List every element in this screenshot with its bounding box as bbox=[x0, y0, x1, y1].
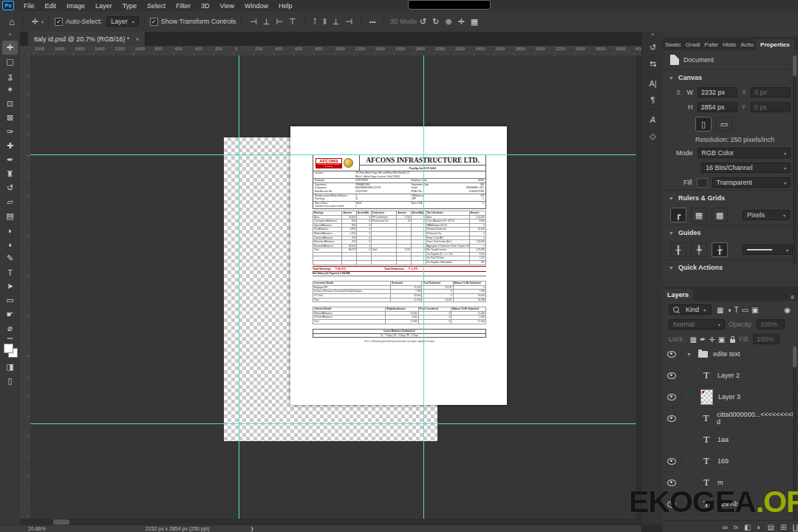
auto-select-checkbox[interactable]: ✓ bbox=[55, 18, 63, 26]
layer-name[interactable]: 169 bbox=[717, 457, 729, 465]
blur-tool[interactable]: ◗ bbox=[2, 223, 18, 237]
menu-item-view[interactable]: View bbox=[215, 2, 239, 10]
quick-actions-section-header[interactable]: ▼Quick Actions bbox=[663, 259, 798, 275]
guides-section-header[interactable]: ▼Guides bbox=[663, 225, 798, 240]
menu-item-type[interactable]: Type bbox=[117, 2, 143, 10]
horizontal-guide[interactable] bbox=[30, 423, 636, 424]
layer-visibility-toggle[interactable] bbox=[667, 392, 681, 401]
lock-option-icon[interactable]: ▣ bbox=[717, 335, 726, 344]
pen-tool[interactable]: ✎ bbox=[2, 251, 18, 265]
menu-item-file[interactable]: File bbox=[18, 2, 40, 10]
vertical-ruler[interactable] bbox=[20, 55, 31, 519]
close-icon[interactable]: × bbox=[135, 35, 139, 43]
bit-depth-dropdown[interactable]: 16 Bits/Channel▾ bbox=[701, 163, 791, 173]
vertical-scrollbar[interactable] bbox=[636, 55, 641, 519]
lock-option-icon[interactable]: ✛ bbox=[707, 335, 716, 344]
tab-layers[interactable]: Layers bbox=[663, 289, 693, 301]
layer-mask-icon[interactable]: ◧ bbox=[744, 523, 751, 531]
properties-scrollbar[interactable] bbox=[793, 54, 797, 265]
canvas-section-header[interactable]: ▼ Canvas bbox=[663, 69, 798, 85]
align-icon[interactable]: ⊥ bbox=[260, 17, 273, 26]
layer-filter-icon[interactable]: ▣ bbox=[750, 306, 760, 314]
canvas-width-field[interactable]: 2232 px bbox=[698, 87, 737, 98]
layers-menu-icon[interactable]: ≡ bbox=[787, 293, 798, 301]
move-tool[interactable]: ✛ bbox=[2, 41, 18, 55]
scrollbar-thumb[interactable] bbox=[53, 519, 69, 525]
3d-mode-icon[interactable]: ↺ bbox=[417, 17, 429, 26]
lasso-tool[interactable]: ʓ bbox=[2, 69, 18, 83]
foreground-color-swatch[interactable] bbox=[4, 344, 13, 353]
document-tab[interactable]: Italy id.psd @ 20.7% (RGB/16) * × bbox=[28, 32, 146, 46]
more-options-icon[interactable]: ••• bbox=[366, 18, 378, 25]
gradient-tool[interactable]: ▤ bbox=[2, 209, 18, 223]
layer-row[interactable]: T1aa bbox=[663, 429, 798, 451]
layer-visibility-toggle[interactable] bbox=[667, 457, 681, 466]
tab-properties[interactable]: Properties bbox=[756, 39, 794, 50]
toolbar-collapse-icon[interactable]: » bbox=[9, 32, 12, 41]
layer-filter-icon[interactable]: ▭ bbox=[740, 306, 750, 314]
screen-mode-icon[interactable]: ▯ bbox=[2, 374, 18, 388]
menu-item-help[interactable]: Help bbox=[273, 2, 298, 10]
menu-item-image[interactable]: Image bbox=[61, 2, 90, 10]
expand-panels-icon[interactable]: « bbox=[652, 32, 655, 39]
type-tool[interactable]: T bbox=[2, 265, 18, 279]
edit-toolbar-icon[interactable]: ••• bbox=[7, 335, 13, 341]
rulers-grids-button[interactable]: ┏ bbox=[670, 208, 686, 222]
guides-button[interactable]: ╂ bbox=[670, 242, 686, 257]
glyphs-panel-icon[interactable]: A bbox=[645, 112, 661, 128]
3d-mode-icon[interactable]: ↻ bbox=[429, 17, 442, 26]
character-panel-icon[interactable]: A| bbox=[645, 75, 661, 92]
healing-brush-tool[interactable]: ✚ bbox=[2, 139, 18, 153]
layer-row[interactable]: Layer 3 bbox=[663, 386, 798, 408]
quick-mask-icon[interactable]: ◨ bbox=[2, 360, 18, 374]
brush-tool[interactable]: ✒ bbox=[2, 153, 18, 167]
rulers-grids-button[interactable]: ▩ bbox=[712, 208, 728, 222]
tab-patte[interactable]: Patte bbox=[702, 39, 720, 50]
rulers-grids-button[interactable]: ▦ bbox=[691, 208, 707, 222]
layer-name[interactable]: citta0000000...<<<<<<<<0 d bbox=[717, 411, 798, 426]
distribute-icon[interactable]: ⊥ bbox=[330, 17, 343, 26]
marquee-tool[interactable]: ▢ bbox=[2, 55, 18, 69]
horizontal-ruler[interactable]: 2000180016001400120010008006004002000200… bbox=[30, 46, 641, 56]
3d-mode-icon[interactable]: ⊕ bbox=[442, 17, 454, 26]
new-group-icon[interactable]: ▤ bbox=[768, 523, 774, 531]
3d-mode-icon[interactable]: ✛ bbox=[455, 17, 468, 26]
align-icon[interactable]: ⊤ bbox=[286, 17, 299, 26]
portrait-orientation-button[interactable]: ▯ bbox=[695, 117, 712, 132]
layer-row[interactable]: ▼edite text bbox=[663, 344, 798, 365]
lock-icon[interactable] bbox=[730, 339, 735, 343]
ruler-units-dropdown[interactable]: Pixels▾ bbox=[743, 210, 790, 220]
zoom-level[interactable]: 20.66% bbox=[28, 526, 46, 531]
layer-row[interactable]: Tcitta0000000...<<<<<<<<0 d bbox=[663, 408, 798, 429]
eraser-tool[interactable]: ▱ bbox=[2, 195, 18, 209]
dodge-tool[interactable]: ◖ bbox=[2, 237, 18, 251]
opacity-field[interactable]: 100% bbox=[757, 319, 785, 330]
delete-layer-icon[interactable]: ∐ bbox=[792, 523, 798, 531]
libraries-panel-icon[interactable]: ◇ bbox=[645, 128, 661, 144]
clone-stamp-tool[interactable]: ♜ bbox=[2, 167, 18, 181]
layer-visibility-toggle[interactable] bbox=[667, 349, 681, 358]
history-panel-icon[interactable]: ↺ bbox=[645, 39, 661, 55]
color-mode-dropdown[interactable]: RGB Color▾ bbox=[698, 148, 791, 158]
eyedropper-tool[interactable]: ✑ bbox=[2, 125, 18, 139]
layer-visibility-toggle[interactable] bbox=[667, 414, 681, 423]
layer-visibility-toggle[interactable] bbox=[667, 435, 681, 444]
landscape-orientation-button[interactable]: ▭ bbox=[716, 117, 732, 132]
clone-source-panel-icon[interactable]: ⇆ bbox=[645, 55, 661, 72]
tab-histo[interactable]: Histo bbox=[720, 39, 738, 50]
status-chevron-icon[interactable]: ❯ bbox=[250, 526, 254, 531]
link-layers-icon[interactable]: ∞ bbox=[723, 523, 728, 531]
rectangle-tool[interactable]: ▭ bbox=[2, 293, 18, 307]
distribute-icon[interactable]: ⊺ bbox=[310, 17, 321, 26]
color-swatches[interactable] bbox=[4, 344, 17, 357]
zoom-tool[interactable]: ⌀ bbox=[2, 321, 18, 335]
tab-actio[interactable]: Actio bbox=[738, 39, 756, 50]
tab-swatc[interactable]: Swatc bbox=[663, 39, 683, 50]
chevron-down-icon[interactable]: ▾ bbox=[41, 19, 44, 24]
3d-mode-icon[interactable]: ▦ bbox=[468, 17, 481, 26]
menu-item-layer[interactable]: Layer bbox=[90, 2, 117, 10]
layer-name[interactable]: Layer 2 bbox=[717, 372, 740, 379]
blend-mode-dropdown[interactable]: Normal▾ bbox=[669, 319, 725, 330]
fill-opacity-field[interactable]: 100% bbox=[753, 334, 780, 344]
hand-tool[interactable]: ☛ bbox=[2, 307, 18, 321]
